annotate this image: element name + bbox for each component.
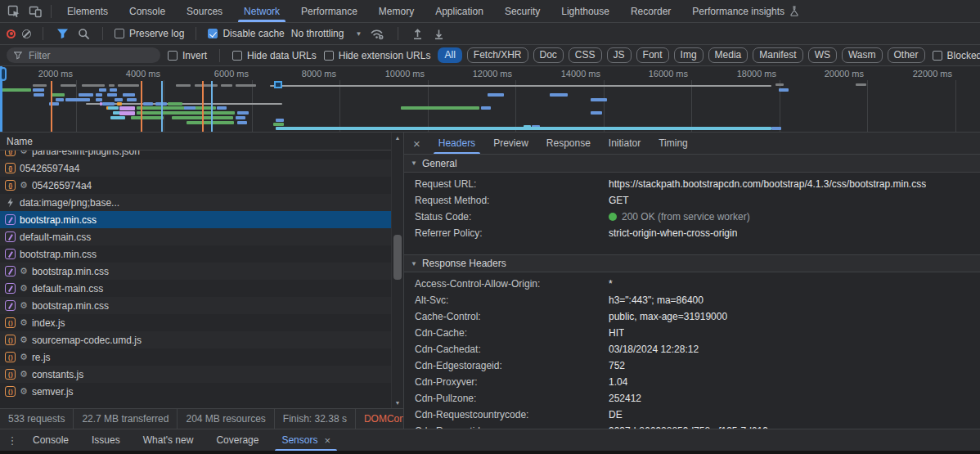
request-row[interactable]: ⚙default-main.css — [0, 280, 391, 297]
waterfall-bar — [127, 98, 137, 101]
close-icon[interactable]: × — [404, 137, 429, 151]
detail-tab-headers[interactable]: Headers — [429, 133, 484, 154]
tab-console[interactable]: Console — [119, 0, 176, 22]
drawer-tab-console[interactable]: Console — [21, 429, 80, 451]
disable-cache-checkbox[interactable]: Disable cache — [208, 28, 284, 39]
general-section-header[interactable]: ▼ General — [404, 155, 980, 173]
request-row[interactable]: default-main.css — [0, 228, 391, 245]
waterfall-bar — [488, 93, 504, 97]
filter-chip-img[interactable]: Img — [674, 47, 704, 63]
tab-security[interactable]: Security — [494, 0, 551, 22]
tab-elements[interactable]: Elements — [56, 0, 119, 22]
request-row[interactable]: data:image/png;base... — [0, 194, 391, 211]
filter-chip-js[interactable]: JS — [607, 47, 632, 63]
blocked-response-cookies-checkbox[interactable]: Blocked response cookies — [933, 50, 980, 61]
request-row[interactable]: bootstrap.min.css — [0, 245, 391, 263]
response-headers-section-header[interactable]: ▼ Response Headers — [404, 254, 980, 272]
request-row[interactable]: ( )⚙constants.js — [0, 366, 391, 383]
filter-chip-ws[interactable]: WS — [808, 47, 837, 63]
clear-network-log-icon[interactable] — [22, 29, 31, 38]
waterfall-bar — [131, 116, 164, 119]
tab-label: Performance — [301, 6, 357, 17]
scrollbar-thumb[interactable] — [393, 235, 402, 280]
more-options-icon[interactable]: ⋮ — [3, 434, 21, 447]
css-file-icon — [5, 283, 16, 294]
record-network-log-icon[interactable] — [7, 29, 16, 38]
search-icon[interactable] — [76, 23, 91, 44]
request-name: default-main.css — [20, 231, 91, 243]
request-row[interactable]: bootstrap.min.css — [0, 211, 391, 228]
tab-sources[interactable]: Sources — [176, 0, 233, 22]
request-row[interactable]: {}054265974a4 — [0, 160, 391, 177]
overview-drag-handle[interactable] — [0, 67, 7, 81]
waterfall-bar — [236, 116, 245, 119]
drawer-tab-sensors[interactable]: Sensors× — [270, 429, 342, 451]
preserve-log-checkbox[interactable]: Preserve log — [115, 28, 184, 39]
gear-icon: ⚙ — [20, 369, 28, 380]
gear-icon: ⚙ — [20, 317, 28, 328]
tab-lighthouse[interactable]: Lighthouse — [551, 0, 620, 22]
close-icon[interactable]: × — [324, 434, 330, 447]
tab-application[interactable]: Application — [425, 0, 494, 22]
export-har-icon[interactable] — [431, 23, 446, 44]
tab-memory[interactable]: Memory — [368, 0, 425, 22]
hide-extension-urls-checkbox[interactable]: Hide extension URLs — [324, 50, 431, 61]
invert-checkbox[interactable]: Invert — [168, 50, 207, 61]
filter-icon[interactable] — [55, 23, 70, 44]
status-bar-item: 533 requests — [0, 409, 74, 429]
request-row[interactable]: {}⚙054265974a4 — [0, 177, 391, 194]
detail-tab-preview[interactable]: Preview — [484, 133, 537, 154]
tab-network[interactable]: Network — [233, 0, 290, 22]
css-file-icon — [5, 300, 16, 311]
filter-chip-fetch-xhr[interactable]: Fetch/XHR — [467, 47, 528, 63]
network-conditions-icon[interactable] — [368, 23, 386, 44]
request-row[interactable]: ⚙bootstrap.min.css — [0, 297, 391, 314]
filter-chip-font[interactable]: Font — [636, 47, 669, 63]
filter-chip-all[interactable]: All — [438, 47, 461, 63]
request-row[interactable]: ( )⚙index.js — [0, 314, 391, 331]
drawer-tab-coverage[interactable]: Coverage — [205, 429, 270, 451]
filter-chip-media[interactable]: Media — [708, 47, 748, 63]
filter-chip-manifest[interactable]: Manifest — [753, 47, 802, 63]
inspect-element-icon[interactable] — [3, 1, 25, 22]
tab-performance[interactable]: Performance — [290, 0, 368, 22]
tab-label: Sources — [187, 6, 223, 17]
name-column-header[interactable]: Name — [0, 133, 403, 151]
filter-input[interactable] — [27, 49, 153, 62]
request-row[interactable]: ( )⚙sourcemap-codec.umd.js — [0, 331, 391, 348]
toggle-device-toolbar-icon[interactable] — [25, 1, 46, 22]
triangle-down-icon: ▼ — [411, 260, 417, 267]
request-row[interactable]: ( )⚙semver.js — [0, 383, 391, 400]
request-row[interactable]: ⚙bootstrap.min.css — [0, 263, 391, 280]
waterfall-bar — [195, 84, 218, 87]
drawer-tab-issues[interactable]: Issues — [80, 429, 132, 451]
tab-performance-insights[interactable]: Performance insights — [681, 0, 810, 22]
header-kv-row: Cdn-Edgestorageid:752 — [404, 357, 980, 374]
header-kv-row: Request Method:GET — [404, 192, 980, 209]
request-row[interactable]: {}⚙partial-eslint-plugins.json — [0, 151, 391, 160]
js-file-icon: ( ) — [5, 369, 16, 380]
scroll-up-icon[interactable]: ▲ — [392, 133, 403, 143]
header-key: Cdn-Pullzone: — [404, 393, 609, 404]
filter-chip-css[interactable]: CSS — [569, 47, 602, 63]
timeline-gridline — [252, 80, 253, 132]
request-name: default-main.css — [32, 283, 103, 294]
hide-data-urls-checkbox[interactable]: Hide data URLs — [232, 50, 317, 61]
tab-recorder[interactable]: Recorder — [620, 0, 681, 22]
detail-tab-initiator[interactable]: Initiator — [600, 133, 650, 154]
filter-chip-wasm[interactable]: Wasm — [842, 47, 883, 63]
drawer-tab-what-s-new[interactable]: What's new — [132, 429, 205, 451]
filter-chip-doc[interactable]: Doc — [533, 47, 564, 63]
divider — [51, 5, 52, 18]
throttling-select[interactable]: No throttling ▼ — [291, 28, 362, 39]
waterfall-bar — [52, 93, 65, 97]
request-row[interactable]: ( )⚙re.js — [0, 348, 391, 366]
tab-label: Performance insights — [692, 6, 784, 17]
filter-chip-other[interactable]: Other — [888, 47, 925, 63]
network-overview-timeline[interactable]: 2000 ms4000 ms6000 ms8000 ms10000 ms1200… — [0, 66, 980, 133]
import-har-icon[interactable] — [410, 23, 425, 44]
detail-tab-response[interactable]: Response — [537, 133, 600, 154]
header-value: HIT — [609, 327, 624, 339]
scroll-down-icon[interactable]: ▼ — [392, 398, 403, 408]
detail-tab-timing[interactable]: Timing — [650, 133, 697, 154]
